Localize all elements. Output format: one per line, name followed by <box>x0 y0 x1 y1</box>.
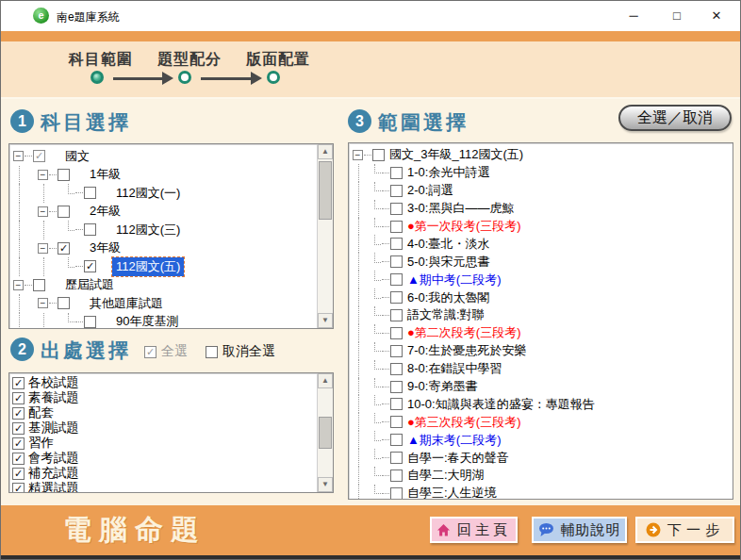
tree-item-label[interactable]: ●第二次段考(三段考) <box>403 323 525 342</box>
list-item[interactable]: ✓補充試題 <box>9 466 333 481</box>
checkbox[interactable]: ✓ <box>12 483 25 494</box>
scroll-down-icon[interactable]: ▼ <box>318 313 333 328</box>
checkbox[interactable]: ✓ <box>84 316 96 328</box>
tree-item-label[interactable]: 歷屆試題 <box>61 275 118 294</box>
tree-item-label[interactable]: 1年級 <box>86 165 124 184</box>
checkbox[interactable]: ✓ <box>12 422 25 435</box>
scroll-up-icon[interactable]: ▲ <box>318 373 333 388</box>
tree-item[interactable]: ✓8-0:在錯誤中學習 <box>349 360 733 378</box>
checkbox[interactable]: ✓ <box>390 345 403 357</box>
tree-item[interactable]: −✓1年級 <box>9 166 333 185</box>
toggle-select-all-button[interactable]: 全選／取消 <box>618 105 732 131</box>
tree-item[interactable]: ✓3-0:黑與白——虎鯨 <box>349 200 733 218</box>
tree-item[interactable]: ✓▲期中考(二段考) <box>349 271 733 288</box>
tree-item[interactable]: −✓歷屆試題 <box>9 276 333 295</box>
checkbox[interactable]: ✓ <box>372 149 385 161</box>
expand-collapse-icon[interactable]: − <box>13 280 24 290</box>
expand-collapse-icon[interactable]: − <box>13 151 24 161</box>
step-circle-2[interactable] <box>178 71 191 84</box>
checkbox[interactable]: ✓ <box>390 203 403 215</box>
tree-item-label[interactable]: 3-0:黑與白——虎鯨 <box>403 199 518 218</box>
tree-item-label[interactable]: 5-0:與宋元思書 <box>403 253 493 272</box>
tree-item[interactable]: −✓其他題庫試題 <box>9 294 333 313</box>
list-item[interactable]: ✓習作 <box>9 436 333 451</box>
checkbox[interactable]: ✓ <box>390 238 403 250</box>
tree-item-label[interactable]: 10-0:知識與表達的盛宴：專題報告 <box>403 395 599 414</box>
checkbox[interactable]: ✓ <box>12 377 25 389</box>
tree-item[interactable]: ✓7-0:生於憂患死於安樂 <box>349 342 733 360</box>
tree-item-label[interactable]: 自學三:人生逆境 <box>403 484 501 500</box>
expand-collapse-icon[interactable]: − <box>38 243 48 254</box>
scrollbar-thumb[interactable] <box>319 417 332 449</box>
list-item[interactable]: ✓會考試題 <box>9 451 333 466</box>
tree-item-label[interactable]: 112國文(五) <box>112 257 184 276</box>
subject-tree-scrollbar[interactable]: ▲ ▼ <box>317 144 333 328</box>
expand-collapse-icon[interactable]: − <box>38 170 48 180</box>
tree-item-label[interactable]: 6-0:我的太魯閣 <box>403 288 493 307</box>
checkbox[interactable]: ✓ <box>390 381 403 393</box>
checkbox[interactable]: ✓ <box>390 434 403 446</box>
checkbox-icon[interactable]: ✓ <box>144 346 156 358</box>
tree-item[interactable]: ✓112國文(一) <box>9 184 333 203</box>
checkbox[interactable]: ✓ <box>390 167 403 179</box>
tree-item-label[interactable]: 2年級 <box>86 202 124 221</box>
tree-item-label[interactable]: 3年級 <box>86 239 124 257</box>
checkbox[interactable]: ✓ <box>58 206 70 218</box>
deselect-all-checkbox[interactable]: ✓ 取消全選 <box>206 343 275 360</box>
tree-item-label[interactable]: 國文_3年級_112國文(五) <box>386 145 527 164</box>
tree-item-label[interactable]: ●第三次段考(三段考) <box>403 413 525 432</box>
tree-item[interactable]: ✓5-0:與宋元思書 <box>349 253 733 271</box>
checkbox[interactable]: ✓ <box>58 297 70 309</box>
next-step-button[interactable]: 下一步 <box>635 517 734 543</box>
maximize-button[interactable]: □ <box>661 1 693 30</box>
checkbox[interactable]: ✓ <box>390 255 403 268</box>
tree-item[interactable]: −✓國文 <box>9 147 333 166</box>
tree-item-label[interactable]: ●第一次段考(三段考) <box>403 217 525 236</box>
checkbox[interactable]: ✓ <box>84 223 96 236</box>
expand-collapse-icon[interactable]: − <box>353 150 363 160</box>
checkbox[interactable]: ✓ <box>58 169 70 181</box>
tree-item-label[interactable]: 其他題庫試題 <box>86 294 167 313</box>
source-list-scrollbar[interactable]: ▲ ▼ <box>317 373 333 492</box>
checkbox[interactable]: ✓ <box>390 273 403 286</box>
tree-item[interactable]: ✓1-0:余光中詩選 <box>349 164 733 182</box>
checkbox[interactable]: ✓ <box>12 392 25 404</box>
expand-collapse-icon[interactable]: − <box>38 298 48 308</box>
checkbox[interactable]: ✓ <box>12 453 25 465</box>
tree-item[interactable]: ✓自學一:春天的聲音 <box>349 449 733 467</box>
expand-collapse-icon[interactable]: − <box>38 206 48 217</box>
tree-item[interactable]: ✓語文常識:對聯 <box>349 306 733 324</box>
tree-item-label[interactable]: 112國文(一) <box>112 184 184 203</box>
list-item[interactable]: ✓配套 <box>9 405 333 420</box>
tree-item[interactable]: ✓4-0:臺北・淡水 <box>349 235 733 253</box>
checkbox[interactable]: ✓ <box>390 398 403 410</box>
minimize-button[interactable]: ─ <box>618 1 650 30</box>
tree-item-label[interactable]: 7-0:生於憂患死於安樂 <box>403 341 530 360</box>
home-button[interactable]: 回主頁 <box>430 517 518 543</box>
tree-item[interactable]: −✓3年級 <box>9 239 333 258</box>
checkbox[interactable]: ✓ <box>58 242 70 255</box>
checkbox[interactable]: ✓ <box>390 452 403 464</box>
checkbox[interactable]: ✓ <box>390 309 403 321</box>
checkbox[interactable]: ✓ <box>390 327 403 339</box>
tree-item[interactable]: ✓10-0:知識與表達的盛宴：專題報告 <box>349 395 733 413</box>
select-all-checkbox[interactable]: ✓ 全選 <box>144 343 188 360</box>
checkbox[interactable]: ✓ <box>12 468 25 480</box>
checkbox[interactable]: ✓ <box>390 221 403 233</box>
list-item[interactable]: ✓素養試題 <box>9 390 333 405</box>
tree-item[interactable]: ✓自學三:人生逆境 <box>349 485 733 500</box>
list-item[interactable]: ✓精選試題 <box>9 481 333 493</box>
checkbox[interactable]: ✓ <box>390 487 403 500</box>
checkbox[interactable]: ✓ <box>390 185 403 197</box>
checkbox[interactable]: ✓ <box>84 260 96 272</box>
tree-item[interactable]: ✓●第一次段考(三段考) <box>349 218 733 236</box>
close-button[interactable]: ✕ <box>700 1 733 30</box>
tree-item[interactable]: ✓112國文(五) <box>9 257 333 276</box>
scroll-up-icon[interactable]: ▲ <box>318 144 333 159</box>
checkbox[interactable]: ✓ <box>390 469 403 482</box>
tree-item[interactable]: ✓2-0:詞選 <box>349 182 733 200</box>
tree-item-label[interactable]: 國文 <box>61 147 93 166</box>
help-button[interactable]: 輔助說明 <box>532 517 627 543</box>
tree-item-label[interactable]: 112國文(三) <box>112 221 184 239</box>
tree-item-label[interactable]: 自學一:春天的聲音 <box>403 449 513 468</box>
